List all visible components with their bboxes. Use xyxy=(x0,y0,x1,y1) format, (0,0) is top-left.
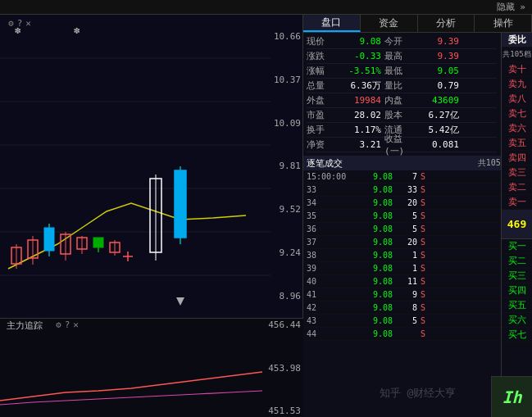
val-neipan: 43609 xyxy=(414,95,459,106)
trans-price-4: 9.08 xyxy=(356,211,393,220)
data-row-jingzi: 净资 3.21 收益(一) 0.081 xyxy=(307,138,497,152)
trans-type-13: S xyxy=(421,329,430,338)
data-row-zongliang: 总量 6.36万 量比 0.79 xyxy=(307,79,497,93)
label-neipan: 内盘 xyxy=(384,94,414,107)
val-xianjia: 9.08 xyxy=(336,36,381,47)
trans-price-12: 9.08 xyxy=(356,316,393,325)
sell-6: 卖六 xyxy=(502,121,532,136)
right-panel: 000070 特发信息 盘口 资金 分析 操作 现价 9.08 今开 9.39 … xyxy=(303,0,532,417)
trans-vol-10: 9 xyxy=(393,290,417,299)
buy-6: 买六 xyxy=(502,313,532,328)
sub-chart-area xyxy=(0,318,303,417)
trans-price-2: 9.08 xyxy=(356,185,393,194)
trans-type-7: S xyxy=(421,251,430,260)
trans-price-10: 9.08 xyxy=(356,290,393,299)
trans-row-2: 33 9.08 33 S xyxy=(303,184,532,197)
trans-row-8: 39 9.08 1 S xyxy=(303,262,532,275)
trans-price-9: 9.08 xyxy=(356,277,393,286)
tab-fenxi[interactable]: 分析 xyxy=(418,15,475,32)
sell-5: 卖五 xyxy=(502,136,532,151)
val-zhangfu: -3.51% xyxy=(336,66,381,76)
transaction-title: 逐笔成交 xyxy=(307,157,471,170)
trans-time-13: 44 xyxy=(307,329,356,338)
trans-row-5: 36 9.08 5 S xyxy=(303,223,532,236)
trans-row-7: 38 9.08 1 S xyxy=(303,249,532,262)
trans-row-11: 42 9.08 8 S xyxy=(303,301,532,315)
buy-7: 买七 xyxy=(502,328,532,342)
trans-type-1: S xyxy=(421,172,430,181)
trans-row-3: 34 9.08 20 S xyxy=(303,197,532,210)
tab-zijin[interactable]: 资金 xyxy=(361,15,418,32)
sub-close-icon[interactable]: ✕ xyxy=(73,320,79,330)
label-zuigao: 最高 xyxy=(384,50,414,62)
label-zhangfu: 涨幅 xyxy=(307,65,336,77)
sell-9: 卖九 xyxy=(502,77,532,92)
price-label-4: 9.81 xyxy=(280,161,302,171)
price-label-6: 9.24 xyxy=(280,247,302,258)
val-jinjia: 9.39 xyxy=(414,36,459,47)
tab-caozuo[interactable]: 操作 xyxy=(475,15,532,32)
trans-price-13: 9.08 xyxy=(356,329,393,338)
transaction-header: 逐笔成交 共105档 [详] xyxy=(303,156,532,170)
sell-10: 卖十 xyxy=(502,62,532,77)
val-huanshou: 1.17% xyxy=(336,125,381,135)
hide-button[interactable]: 隐藏 xyxy=(497,1,525,13)
val-zuidi: 9.05 xyxy=(414,66,459,76)
label-huanshou: 换手 xyxy=(307,124,336,136)
val-shiying: 28.02 xyxy=(336,110,381,120)
trans-row-13: 44 9.08 S xyxy=(303,328,532,341)
trans-type-4: S xyxy=(421,211,430,220)
tab-pankou[interactable]: 盘口 xyxy=(303,15,361,32)
val-shouyi: 0.081 xyxy=(414,139,459,150)
trans-vol-12: 5 xyxy=(393,316,417,325)
sub-price-3: 451.53 xyxy=(268,406,301,416)
trans-price-5: 9.08 xyxy=(356,224,393,233)
label-jingzi: 净资 xyxy=(307,138,336,151)
sub-help-icon[interactable]: ? xyxy=(65,320,70,330)
sell-2: 卖二 xyxy=(502,180,532,195)
trans-vol-7: 1 xyxy=(393,251,417,260)
label-xianjia: 现价 xyxy=(307,35,336,48)
trans-vol-4: 5 xyxy=(393,211,417,220)
sub-gear-icon[interactable]: ⚙ xyxy=(56,320,61,330)
trans-time-2: 33 xyxy=(307,185,356,194)
svg-marker-26 xyxy=(176,297,184,306)
trans-time-10: 41 xyxy=(307,290,356,299)
left-panel: ⚙ ? ✕ ✽ ✽ 10.66 10.37 10.09 9.81 9.52 9.… xyxy=(0,0,303,417)
val-zhangdie: -0.33 xyxy=(336,51,381,61)
data-grid: 现价 9.08 今开 9.39 涨跌 -0.33 最高 9.39 涨幅 -3.5… xyxy=(303,33,500,154)
trans-price-1: 9.08 xyxy=(356,172,393,181)
transaction-section: 逐笔成交 共105档 [详] 15:00:00 9.08 7 S 33 9.08… xyxy=(303,156,532,341)
trans-price-6: 9.08 xyxy=(356,238,393,247)
trans-vol-3: 20 xyxy=(393,198,417,207)
trans-type-6: S xyxy=(421,238,430,247)
label-shouyi: 收益(一) xyxy=(384,133,414,157)
sell-4: 卖四 xyxy=(502,151,532,165)
sub-price-2: 453.98 xyxy=(268,363,301,374)
trans-type-10: S xyxy=(421,290,430,299)
trans-time-1: 15:00:00 xyxy=(307,172,356,181)
tab-bar: 盘口 资金 分析 操作 xyxy=(303,15,532,33)
buy-5: 买五 xyxy=(502,298,532,313)
trans-vol-11: 8 xyxy=(393,303,417,312)
ask-bid-column: 委比 共105档 卖十 卖九 卖八 卖七 卖六 卖五 卖四 卖三 卖二 卖一 4… xyxy=(501,33,532,410)
candlestick-chart xyxy=(0,15,271,318)
trans-row-6: 37 9.08 20 S xyxy=(303,236,532,249)
special-value: 469 xyxy=(502,210,532,239)
svg-rect-11 xyxy=(44,228,54,251)
trans-price-8: 9.08 xyxy=(356,264,393,273)
label-zongliang: 总量 xyxy=(307,79,336,92)
trans-type-3: S xyxy=(421,198,430,207)
buy-2: 买二 xyxy=(502,254,532,269)
sell-3: 卖三 xyxy=(502,165,532,180)
top-bar: 隐藏 xyxy=(0,0,532,15)
trans-type-5: S xyxy=(421,224,430,233)
trans-time-11: 42 xyxy=(307,303,356,312)
buy-1: 买一 xyxy=(502,239,532,254)
svg-rect-25 xyxy=(175,170,186,238)
sub-price-1: 456.44 xyxy=(268,320,301,330)
val-zongliang: 6.36万 xyxy=(336,79,381,92)
buy-3: 买三 xyxy=(502,269,532,283)
trans-price-7: 9.08 xyxy=(356,251,393,260)
price-label-3: 10.09 xyxy=(274,118,301,129)
